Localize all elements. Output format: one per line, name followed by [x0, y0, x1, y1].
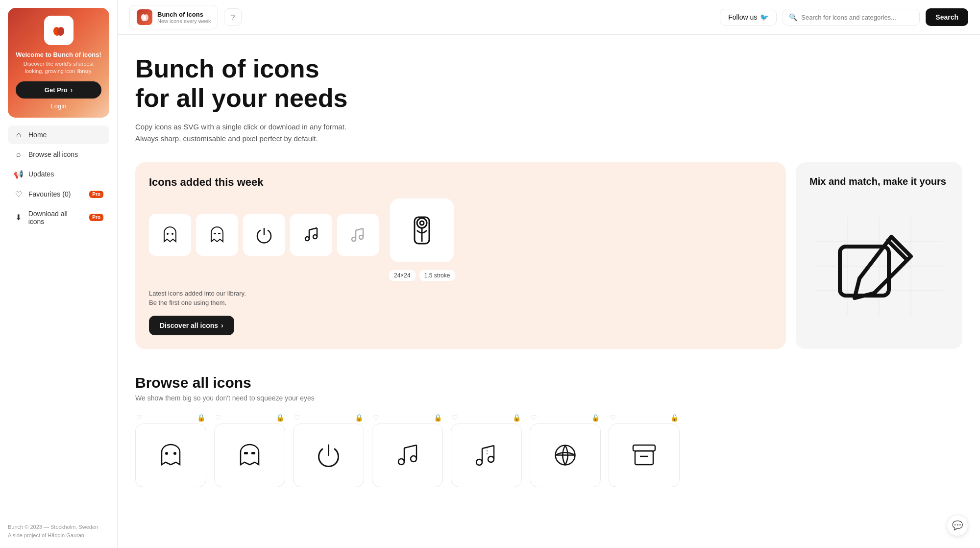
hero-title: Bunch of icons for all your needs	[135, 54, 962, 113]
svg-rect-33	[244, 452, 248, 454]
search-icon: 🔍	[789, 13, 797, 21]
svg-line-13	[309, 228, 317, 230]
browse-icon-box-music1[interactable]	[372, 423, 443, 487]
chat-bubble-button[interactable]: 💬	[947, 515, 968, 536]
pro-badge-favourites: Pro	[89, 191, 103, 198]
browse-icon-box-archive[interactable]	[609, 423, 680, 487]
browse-icon-box-power[interactable]	[293, 423, 364, 487]
featured-stroke: 1.5 stroke	[419, 270, 455, 281]
top-nav: Bunch of icons New icons every week ? Fo…	[118, 0, 980, 35]
svg-line-18	[356, 228, 363, 230]
sidebar-nav: ⌂ Home ⌕ Browse all icons 📢 Updates ♡ Fa…	[8, 125, 109, 230]
week-icon-ghost2[interactable]	[196, 214, 238, 256]
search-icon: ⌕	[14, 150, 24, 159]
heart-action-icon[interactable]: ♡	[452, 414, 458, 422]
main-content: Bunch of icons New icons every week ? Fo…	[118, 0, 980, 548]
browse-icon-box-ghost2[interactable]	[214, 423, 285, 487]
chat-icon: 💬	[952, 520, 963, 531]
hero-subtitle: Copy icons as SVG with a single click or…	[135, 121, 962, 145]
browse-actions-ghost2: ♡ 🔒	[214, 414, 285, 422]
lock-action-icon[interactable]: 🔒	[197, 414, 205, 422]
footer-line-2: A side project of Häqqin Gauran	[8, 531, 109, 540]
browse-icon-box-music2[interactable]	[451, 423, 522, 487]
lock-action-icon[interactable]: 🔒	[276, 414, 284, 422]
icons-featured-row: 24×24 1.5 stroke	[149, 199, 772, 281]
sidebar-item-browse-label: Browse all icons	[28, 150, 78, 158]
browse-icon-globe: ♡ 🔒	[530, 414, 601, 487]
heart-icon: ♡	[14, 190, 24, 199]
browse-actions-music2: ♡ 🔒	[451, 414, 522, 422]
browse-actions-globe: ♡ 🔒	[530, 414, 601, 422]
mix-icon-area	[809, 197, 949, 335]
lock-action-icon[interactable]: 🔒	[591, 414, 600, 422]
browse-icon-power: ♡ 🔒	[293, 414, 364, 487]
brand-link[interactable]: Bunch of icons New icons every week	[129, 5, 218, 29]
svg-point-21	[420, 221, 424, 225]
search-bar: 🔍	[783, 9, 920, 25]
sidebar-item-home-label: Home	[28, 131, 47, 139]
sidebar-item-browse[interactable]: ⌕ Browse all icons	[8, 145, 109, 164]
heart-action-icon[interactable]: ♡	[294, 414, 300, 422]
heart-action-icon[interactable]: ♡	[373, 414, 379, 422]
week-icon-music2[interactable]	[337, 214, 379, 256]
lock-action-icon[interactable]: 🔒	[355, 414, 363, 422]
lock-action-icon[interactable]: 🔒	[434, 414, 442, 422]
sidebar: Welcome to Bunch of icons! Discover the …	[0, 0, 118, 548]
browse-actions-archive: ♡ 🔒	[609, 414, 680, 422]
brand-sub: New icons every week	[157, 18, 211, 24]
svg-point-5	[167, 233, 169, 235]
week-icon-music1[interactable]	[290, 214, 332, 256]
browse-icon-music2: ♡ 🔒	[451, 414, 522, 487]
lock-action-icon[interactable]: 🔒	[513, 414, 521, 422]
svg-point-35	[398, 459, 404, 465]
follow-button[interactable]: Follow us 🐦	[720, 9, 777, 25]
heart-action-icon[interactable]: ♡	[531, 414, 537, 422]
heart-action-icon[interactable]: ♡	[215, 414, 221, 422]
week-card-title: Icons added this week	[149, 176, 772, 189]
browse-actions-music1: ♡ 🔒	[372, 414, 443, 422]
lock-action-icon[interactable]: 🔒	[670, 414, 679, 422]
featured-icon-box[interactable]	[390, 199, 454, 262]
discover-button[interactable]: Discover all icons ›	[149, 316, 234, 335]
svg-rect-8	[218, 233, 220, 234]
page-content: Bunch of icons for all your needs Copy i…	[118, 35, 980, 507]
home-icon: ⌂	[14, 130, 24, 139]
browse-section-sub: We show them big so you don't need to sq…	[135, 394, 962, 402]
sidebar-item-favourites[interactable]: ♡ Favourites (0) Pro	[8, 185, 109, 204]
sidebar-item-favourites-label: Favourites (0)	[28, 190, 71, 198]
hero-section: Bunch of icons for all your needs Copy i…	[135, 54, 962, 145]
help-button[interactable]: ?	[224, 8, 242, 26]
browse-icon-box-globe[interactable]	[530, 423, 601, 487]
svg-point-20	[417, 218, 427, 228]
browse-icon-box-ghost1[interactable]	[135, 423, 206, 487]
search-button[interactable]: Search	[926, 8, 968, 26]
follow-label: Follow us	[728, 13, 757, 21]
mix-grid-svg	[815, 217, 943, 315]
svg-point-31	[165, 452, 168, 455]
week-icon-ghost1[interactable]	[149, 214, 191, 256]
svg-point-41	[488, 456, 494, 462]
svg-rect-47	[633, 445, 655, 451]
sidebar-item-updates[interactable]: 📢 Updates	[8, 165, 109, 184]
browse-icon-ghost1: ♡ 🔒	[135, 414, 206, 487]
mix-card: Mix and match, make it yours	[796, 162, 962, 349]
search-input[interactable]	[801, 14, 913, 21]
heart-action-icon[interactable]: ♡	[136, 414, 143, 422]
svg-rect-34	[251, 452, 255, 454]
svg-rect-7	[214, 233, 216, 234]
featured-icon-section: 24×24 1.5 stroke	[389, 199, 455, 281]
heart-action-icon[interactable]: ♡	[610, 414, 616, 422]
browse-actions-ghost1: ♡ 🔒	[135, 414, 206, 422]
browse-icon-archive: ♡ 🔒	[609, 414, 680, 487]
svg-line-39	[404, 445, 416, 448]
sidebar-item-download[interactable]: ⬇ Download all icons Pro	[8, 205, 109, 230]
get-pro-button[interactable]: Get Pro ›	[16, 81, 101, 99]
svg-point-40	[476, 459, 482, 465]
twitter-icon: 🐦	[760, 13, 768, 21]
week-icon-power[interactable]	[243, 214, 285, 256]
svg-line-44	[482, 446, 494, 448]
browse-section: Browse all icons We show them big so you…	[135, 374, 962, 487]
sidebar-item-home[interactable]: ⌂ Home	[8, 125, 109, 144]
featured-size: 24×24	[389, 270, 416, 281]
login-button[interactable]: Login	[51, 102, 67, 110]
